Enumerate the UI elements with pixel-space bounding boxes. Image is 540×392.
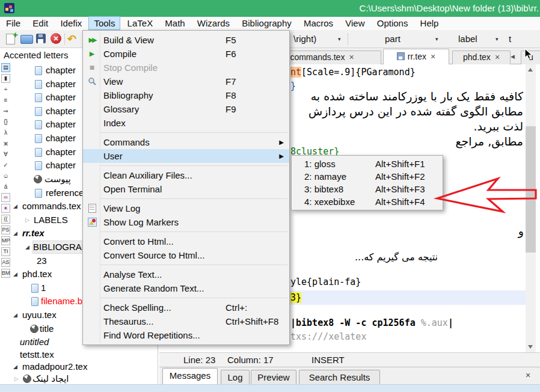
mouse-cursor	[524, 48, 535, 60]
application-window: C:\Users\shm\Desktop\New folder (13)\bib…	[0, 0, 540, 392]
annotation-arrow	[0, 0, 540, 392]
